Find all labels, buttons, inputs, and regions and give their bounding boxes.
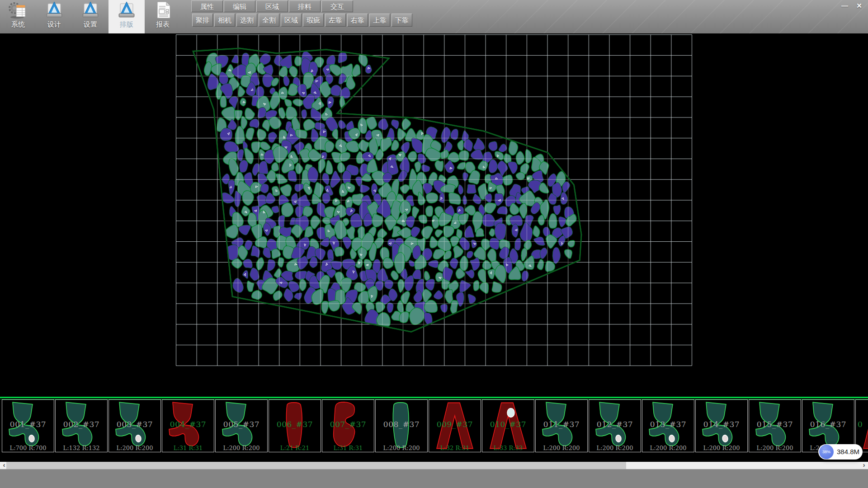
piece-id-label: 015_#37 [749,420,801,429]
scroll-right-icon[interactable]: › [861,462,867,469]
toolbar-stripe-pattern [429,0,868,33]
action-button-右靠[interactable]: 右靠 [347,14,368,27]
piece-lr-label: L:200 R:200 [589,445,641,451]
piece-thumbnail-strip: 001_#37L:700 R:700 002_#37L:132 R:132 00… [0,397,868,454]
nesting-canvas-svg[interactable] [0,33,868,397]
menu-tab-排料[interactable]: 排料 [289,0,321,12]
thumbnail-cell-006_#37[interactable]: 006_#37L:21 R:21 [269,399,321,452]
top-toolbar: 系统 设计 设置 排版 报表 属性编辑区域排料交互 聚排相机选割全割区域瑕疵左靠… [0,0,868,33]
piece-lr-label: L:32 R:31 [429,445,481,451]
piece-id-label: 008_#37 [376,420,427,429]
thumbnail-cell-003_#37[interactable]: 003_#37L:200 R:200 [108,399,161,452]
thumbnail-cell-009_#37[interactable]: 009_#37L:32 R:31 [429,399,481,452]
memory-progress-badge: 38% 384.8M [818,444,863,460]
action-button-全割[interactable]: 全割 [259,14,279,27]
piece-lr-label: L:200 R:200 [109,445,160,451]
main-icon-strip: 系统 设计 设置 排版 报表 [0,0,181,33]
piece-id-label: 016_#37 [802,420,854,429]
piece-id-label: 002_#37 [56,420,107,429]
progress-circle: 38% [819,445,834,459]
piece-id-label: 003_#37 [109,420,160,429]
action-button-上靠[interactable]: 上靠 [369,14,390,27]
piece-id-label: 0 [856,420,868,429]
piece-id-label: 010_#37 [482,420,534,429]
piece-id-label: 014_#37 [696,420,747,429]
piece-lr-label: L:200 R:200 [642,445,694,451]
menu-tab-交互[interactable]: 交互 [321,0,353,12]
piece-id-label: 001_#37 [2,420,54,429]
action-button-row: 聚排相机选割全割区域瑕疵左靠右靠上靠下靠 [192,14,412,27]
piece-id-label: 009_#37 [429,420,481,429]
piece-id-label: 011_#37 [536,420,587,429]
piece-lr-label: L:200 R:200 [376,445,427,451]
main-icon-设置[interactable]: 设置 [72,0,108,33]
thumbnail-cell-011_#37[interactable]: 011_#37L:200 R:200 [535,399,588,452]
piece-lr-label: L:132 R:132 [56,445,107,451]
piece-id-label: 007_#37 [322,420,374,429]
main-icon-系统[interactable]: 系统 [0,0,36,33]
window-controls: — ✕ [839,2,865,10]
close-button[interactable]: ✕ [853,2,865,10]
thumbnail-cells: 001_#37L:700 R:700 002_#37L:132 R:132 00… [2,399,868,453]
piece-lr-label: L:31 R:31 [162,445,214,451]
piece-lr-label: L:200 R:200 [216,445,267,451]
piece-lr-label: L:200 R:200 [536,445,587,451]
piece-lr-label: L:700 R:700 [2,445,54,451]
menu-tab-属性[interactable]: 属性 [191,0,223,12]
thumbnail-cell-001_#37[interactable]: 001_#37L:700 R:700 [2,399,54,452]
action-button-区域[interactable]: 区域 [281,14,302,27]
main-icon-label: 设计 [47,20,61,29]
menu-tab-row: 属性编辑区域排料交互 [191,0,353,12]
system-icon [8,1,28,21]
action-button-下靠[interactable]: 下靠 [392,14,412,27]
main-icon-label: 排版 [120,20,133,29]
action-button-瑕疵[interactable]: 瑕疵 [303,14,324,27]
main-icon-label: 系统 [11,20,25,29]
layout-icon [117,1,137,21]
piece-lr-label: L:31 R:31 [322,445,374,451]
nesting-canvas[interactable] [0,33,868,397]
main-icon-label: 报表 [156,20,170,29]
minimize-button[interactable]: — [839,2,851,10]
scrollbar-thumb[interactable] [6,462,626,469]
thumbnail-cell-007_#37[interactable]: 007_#37L:31 R:31 [322,399,374,452]
main-icon-排版[interactable]: 排版 [108,0,145,33]
thumbnail-cell-005_#37[interactable]: 005_#37L:200 R:200 [215,399,268,452]
piece-lr-label: L:21 R:21 [269,445,321,451]
piece-lr-label: L:33 R:33 [482,445,534,451]
main-icon-设计[interactable]: 设计 [36,0,72,33]
piece-lr-label: L:200 R:200 [749,445,801,451]
thumbnail-cell-015_#37[interactable]: 015_#37L:200 R:200 [749,399,801,452]
piece-id-label: 004_#37 [162,420,214,429]
action-button-选割[interactable]: 选割 [236,14,257,27]
menu-tab-区域[interactable]: 区域 [256,0,288,12]
piece-lr-label: L:200 R:200 [696,445,747,451]
memory-value: 384.8M [837,444,859,460]
piece-id-label: 005_#37 [216,420,267,429]
piece-id-label: 012_#37 [589,420,641,429]
main-icon-label: 设置 [84,20,97,29]
thumbnail-cell-002_#37[interactable]: 002_#37L:132 R:132 [55,399,108,452]
design-icon [44,1,64,21]
thumbnail-cell-008_#37[interactable]: 008_#37L:200 R:200 [375,399,428,452]
thumbnail-cell-013_#37[interactable]: 013_#37L:200 R:200 [642,399,694,452]
thumbnail-cell-014_#37[interactable]: 014_#37L:200 R:200 [695,399,748,452]
action-button-聚排[interactable]: 聚排 [192,14,213,27]
thumbnail-cell-010_#37[interactable]: 010_#37L:33 R:33 [482,399,534,452]
report-icon [153,1,173,21]
main-icon-报表[interactable]: 报表 [145,0,181,33]
action-button-左靠[interactable]: 左靠 [325,14,346,27]
menu-tab-编辑[interactable]: 编辑 [224,0,255,12]
piece-id-label: 006_#37 [269,420,321,429]
horizontal-scrollbar[interactable]: ‹ › [0,462,868,469]
status-bar [0,469,868,488]
thumbnail-cell-004_#37[interactable]: 004_#37L:31 R:31 [162,399,214,452]
action-button-相机[interactable]: 相机 [214,14,235,27]
settings-icon [80,1,100,21]
thumbnail-cell-012_#37[interactable]: 012_#37L:200 R:200 [589,399,641,452]
piece-id-label: 013_#37 [642,420,694,429]
